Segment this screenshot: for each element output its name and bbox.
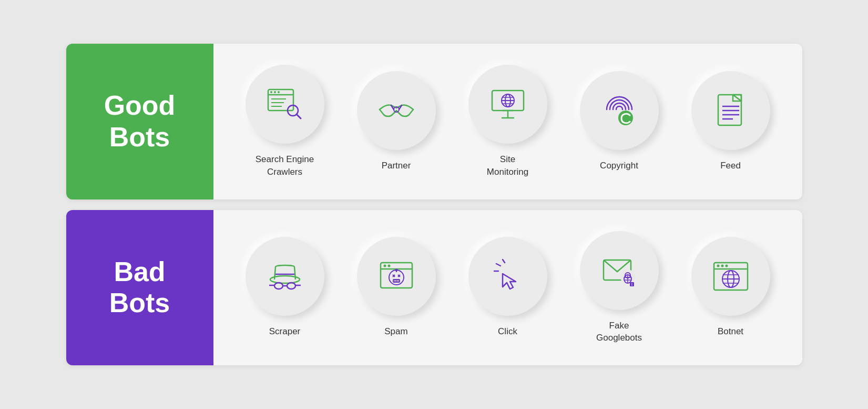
svg-text:!: !: [631, 283, 632, 286]
svg-point-37: [387, 265, 390, 267]
click-icon: [487, 255, 529, 297]
click-icon-circle: [468, 237, 547, 316]
botnet-icon-circle: [691, 237, 770, 316]
spam-icon: [375, 255, 417, 297]
fake-googlebots-icon: !: [598, 250, 640, 292]
svg-point-30: [287, 283, 295, 289]
site-monitoring-label: SiteMonitoring: [487, 153, 528, 178]
svg-line-22: [733, 95, 741, 101]
feed-label: Feed: [720, 159, 741, 172]
spam-icon-circle: [357, 237, 436, 316]
svg-point-4: [278, 91, 280, 93]
site-monitoring-icon-circle: [468, 65, 547, 144]
svg-line-49: [503, 260, 505, 263]
bot-item-site-monitoring: SiteMonitoring: [468, 65, 547, 178]
scraper-icon: [264, 255, 306, 297]
partner-icon: [375, 89, 417, 132]
good-bots-items: Search EngineCrawlers Partner: [213, 44, 802, 199]
search-engine-crawlers-label: Search EngineCrawlers: [256, 153, 314, 178]
svg-point-64: [721, 265, 723, 267]
svg-point-2: [270, 91, 272, 93]
botnet-label: Botnet: [718, 325, 743, 338]
bot-item-feed: Feed: [691, 71, 770, 172]
bad-bots-label-box: BadBots: [66, 210, 213, 366]
bot-item-botnet: Botnet: [691, 237, 770, 338]
bot-item-copyright: Copyright: [580, 71, 659, 172]
copyright-label: Copyright: [600, 159, 638, 172]
click-label: Click: [498, 325, 517, 338]
svg-point-65: [725, 265, 728, 267]
svg-line-9: [297, 114, 301, 118]
feed-icon: [710, 89, 752, 132]
svg-point-48: [395, 269, 397, 272]
copyright-icon-circle: [580, 71, 659, 150]
good-bots-label-box: GoodBots: [66, 44, 213, 199]
bot-item-scraper: Scraper: [246, 237, 324, 338]
bot-item-spam: Spam: [357, 237, 436, 338]
svg-line-50: [496, 264, 501, 266]
good-bots-title: GoodBots: [104, 90, 176, 153]
bad-bots-section: BadBots Scrap: [66, 210, 802, 366]
feed-icon-circle: [691, 71, 770, 150]
partner-label: Partner: [382, 159, 411, 172]
scraper-label: Scraper: [269, 325, 301, 338]
bad-bots-title: BadBots: [109, 256, 170, 320]
svg-point-29: [274, 283, 283, 289]
bot-item-partner: Partner: [357, 71, 436, 172]
search-engine-crawlers-icon: [264, 83, 306, 125]
fake-googlebots-icon-circle: !: [580, 231, 659, 310]
bot-item-fake-googlebots: ! FakeGooglebots: [580, 231, 659, 345]
scraper-icon-circle: [246, 237, 324, 316]
site-monitoring-icon: [487, 83, 529, 125]
copyright-icon: [598, 89, 640, 132]
bot-item-click: Click: [468, 237, 547, 338]
spam-label: Spam: [384, 325, 407, 338]
svg-point-36: [383, 265, 386, 267]
svg-point-63: [717, 265, 719, 267]
fake-googlebots-label: FakeGooglebots: [596, 320, 642, 345]
good-bots-section: GoodBots: [66, 44, 802, 199]
botnet-icon: [710, 255, 752, 297]
search-engine-crawlers-icon-circle: [246, 65, 324, 144]
partner-icon-circle: [357, 71, 436, 150]
svg-point-3: [274, 91, 276, 93]
bad-bots-items: Scraper: [213, 210, 802, 366]
bot-item-search-engine-crawlers: Search EngineCrawlers: [246, 65, 324, 178]
